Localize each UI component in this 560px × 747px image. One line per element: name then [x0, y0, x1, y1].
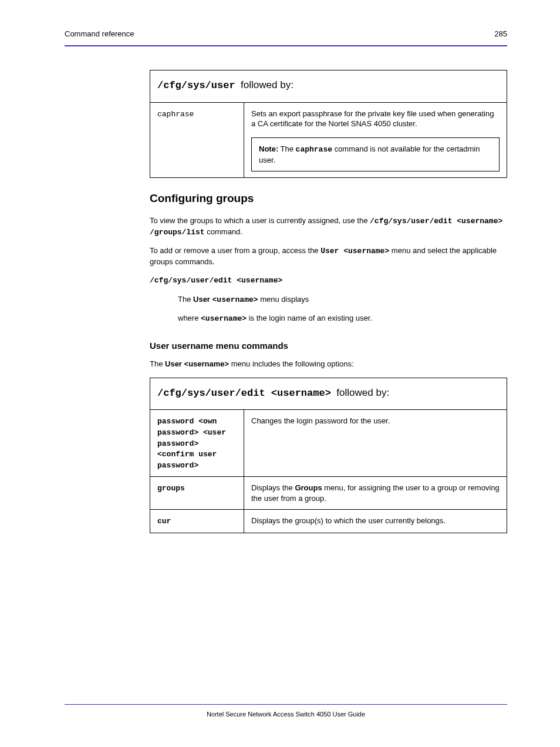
heading-user-menu-commands: User username menu commands — [150, 341, 507, 351]
cell-desc-cur: Displays the group(s) to which the user … — [244, 510, 507, 533]
page-header: Command reference 285 — [65, 29, 507, 46]
table-row: password <own password> <user password> … — [150, 410, 507, 477]
cell-cmd-caphrase: caphrase — [150, 102, 244, 177]
table1-title-suffix: followed by: — [238, 79, 294, 90]
main-content: /cfg/sys/user followed by: caphrase Sets… — [150, 70, 507, 533]
page-number: 285 — [494, 29, 507, 38]
note-cmd: caphrase — [296, 145, 332, 154]
cell-desc-password: Changes the login password for the user. — [244, 410, 507, 477]
cell-desc-caphrase: Sets an export passphrase for the privat… — [244, 102, 507, 177]
caphrase-desc: Sets an export passphrase for the privat… — [251, 109, 500, 129]
cell-cmd-password: password <own password> <user password> … — [150, 410, 244, 477]
heading-configuring-groups: Configuring groups — [150, 192, 507, 205]
user-menu-intro: The User <username> menu includes the fo… — [150, 359, 507, 369]
groups-para-2: To add or remove a user from a group, ac… — [150, 245, 507, 267]
cell-cmd-cur: cur — [150, 510, 244, 533]
menu-line-2: The User <username> menu displays — [178, 294, 507, 305]
note-box: Note: The caphrase command is not availa… — [251, 137, 500, 171]
cell-desc-groups: Displays the Groups menu, for assigning … — [244, 477, 507, 510]
table-user-menu: /cfg/sys/user/edit <username> followed b… — [150, 378, 507, 533]
cmd-edit-username: /cfg/sys/user/edit <username> — [150, 276, 282, 285]
footer-center: Nortel Secure Network Access Switch 4050… — [65, 711, 507, 718]
table1-title-cmd: /cfg/sys/user — [157, 80, 235, 91]
table-row: caphrase Sets an export passphrase for t… — [150, 102, 507, 177]
table-row: cur Displays the group(s) to which the u… — [150, 510, 507, 533]
header-left: Command reference — [65, 29, 134, 38]
groups-para-1: To view the groups to which a user is cu… — [150, 216, 507, 237]
user-username-bold: User <username> — [321, 247, 389, 255]
table2-title: /cfg/sys/user/edit <username> followed b… — [150, 378, 507, 410]
menu-line-3: where <username> is the login name of an… — [178, 313, 507, 324]
page-footer: Nortel Secure Network Access Switch 4050… — [65, 704, 507, 718]
table-cfg-sys-user: /cfg/sys/user followed by: caphrase Sets… — [150, 70, 507, 178]
cell-cmd-groups: groups — [150, 477, 244, 510]
note-label: Note: — [259, 144, 278, 153]
table-row: groups Displays the Groups menu, for ass… — [150, 477, 507, 510]
menu-cmd-line: /cfg/sys/user/edit <username> — [150, 275, 507, 286]
table1-title: /cfg/sys/user followed by: — [150, 70, 507, 103]
table2-title-cmd: /cfg/sys/user/edit <username> — [157, 388, 331, 399]
